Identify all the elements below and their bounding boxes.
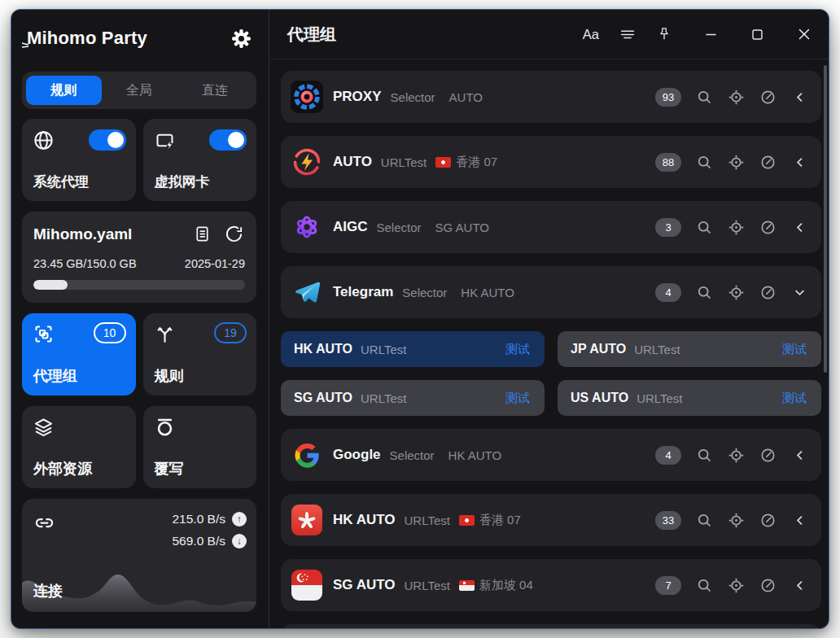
tun-toggle[interactable] <box>209 129 247 151</box>
tun-card[interactable]: 虚拟网卡 <box>143 119 257 201</box>
group-row-aigc[interactable]: AIGC Selector SG AUTO 3 <box>281 201 821 253</box>
search-button[interactable] <box>695 88 713 106</box>
node-name: JP AUTO <box>571 342 626 356</box>
delay-test-button[interactable]: 测试 <box>505 342 530 357</box>
group-row-telegram[interactable]: Telegram Selector HK AUTO 4 <box>281 266 821 318</box>
scrollbar-thumb[interactable] <box>824 65 827 373</box>
node-type: URLTest <box>634 343 680 356</box>
minimize-button[interactable] <box>705 22 717 46</box>
minimize-icon <box>705 28 717 41</box>
locate-button[interactable] <box>727 511 745 529</box>
locate-icon <box>728 577 745 594</box>
singapore-group-logo <box>291 569 323 601</box>
proxy-groups-label: 代理组 <box>33 366 77 386</box>
locate-icon <box>728 154 745 171</box>
search-icon <box>696 577 713 594</box>
sidebar-item-external-resources[interactable]: 外部资源 <box>22 406 136 488</box>
external-resources-label: 外部资源 <box>33 459 92 478</box>
pin-button[interactable] <box>656 22 672 46</box>
proxy-node-hk-auto[interactable]: HK AUTO URLTest 测试 <box>281 331 545 367</box>
sidebar: Mihomo Party 规则 全局 直连 <box>11 10 269 628</box>
search-button[interactable] <box>695 218 713 236</box>
group-row-proxy[interactable]: PROXY Selector AUTO 93 <box>281 71 821 123</box>
locate-button[interactable] <box>727 153 745 171</box>
expand-button[interactable] <box>790 576 808 594</box>
edit-profile-button[interactable] <box>191 223 213 245</box>
speedtest-button[interactable] <box>759 576 777 594</box>
search-button[interactable] <box>695 446 713 464</box>
search-icon <box>696 219 713 236</box>
expand-button[interactable] <box>790 511 808 529</box>
group-row-sg-auto[interactable]: SG AUTO URLTest 新加坡 04 7 <box>281 559 821 611</box>
profile-name: Mihomo.yaml <box>33 225 191 243</box>
sort-button[interactable] <box>619 22 637 46</box>
search-button[interactable] <box>695 283 713 301</box>
search-button[interactable] <box>695 153 713 171</box>
speedtest-button[interactable] <box>759 511 777 529</box>
chevron-left-icon <box>792 155 807 170</box>
proxy-groups-icon <box>33 323 55 345</box>
delay-test-button[interactable]: 测试 <box>782 391 807 406</box>
chevron-left-icon <box>792 578 807 593</box>
cat-whiskers-icon <box>21 40 33 50</box>
locate-button[interactable] <box>727 446 745 464</box>
outbound-mode-tabs: 规则 全局 直连 <box>22 72 256 109</box>
proxy-node-us-auto[interactable]: US AUTO URLTest 测试 <box>558 380 821 416</box>
expand-button[interactable] <box>790 446 808 464</box>
system-proxy-toggle[interactable] <box>89 129 126 151</box>
traffic-progress-fill <box>33 280 68 290</box>
file-icon <box>193 225 212 243</box>
search-icon <box>696 284 713 301</box>
group-type: URLTest <box>381 155 427 169</box>
sidebar-item-rules[interactable]: 19 规则 <box>143 313 257 395</box>
node-count-badge: 4 <box>655 446 681 465</box>
mode-tab-direct[interactable]: 直连 <box>177 76 252 105</box>
proxy-node-sg-auto[interactable]: SG AUTO URLTest 测试 <box>281 380 545 416</box>
proxy-node-jp-auto[interactable]: JP AUTO URLTest 测试 <box>558 331 821 367</box>
mode-tab-rule[interactable]: 规则 <box>26 76 102 105</box>
profile-top: Mihomo.yaml <box>33 223 245 245</box>
settings-button[interactable] <box>230 27 253 50</box>
group-row-hk-auto[interactable]: HK AUTO URLTest 香港 07 33 <box>281 494 821 546</box>
locate-button[interactable] <box>727 576 745 594</box>
group-row-partial[interactable] <box>281 624 821 628</box>
locate-button[interactable] <box>727 283 745 301</box>
group-type: Selector <box>377 221 422 234</box>
text-size-button[interactable]: Aa <box>583 22 599 46</box>
node-name: US AUTO <box>571 391 628 405</box>
system-proxy-card[interactable]: 系统代理 <box>22 119 136 201</box>
group-row-auto[interactable]: AUTO URLTest 香港 07 88 <box>281 136 821 188</box>
sidebar-item-proxy-groups[interactable]: 10 代理组 <box>22 313 136 395</box>
collapse-button[interactable] <box>790 283 808 301</box>
proxy-group-list: PROXY Selector AUTO 93 <box>269 59 829 628</box>
traffic-usage: 23.45 GB/150.0 GB <box>33 257 137 270</box>
close-button[interactable] <box>798 22 811 46</box>
expand-button[interactable] <box>790 153 808 171</box>
search-icon <box>696 447 713 464</box>
search-button[interactable] <box>695 576 713 594</box>
profile-card[interactable]: Mihomo.yaml 23.45 GB/150.0 GB <box>22 212 256 303</box>
speedtest-button[interactable] <box>759 88 777 106</box>
delay-test-button[interactable]: 测试 <box>505 391 530 406</box>
maximize-button[interactable] <box>751 22 763 46</box>
delay-test-button[interactable]: 测试 <box>782 342 807 357</box>
search-icon <box>696 154 713 171</box>
app-window: Mihomo Party 规则 全局 直连 <box>11 9 829 629</box>
speedtest-button[interactable] <box>759 218 777 236</box>
mode-tab-global[interactable]: 全局 <box>102 76 177 105</box>
expand-button[interactable] <box>790 218 808 236</box>
speedtest-button[interactable] <box>759 153 777 171</box>
speedtest-button[interactable] <box>759 283 777 301</box>
upload-arrow-icon: ↑ <box>232 512 247 527</box>
sidebar-item-connections[interactable]: 215.0 B/s ↑ 569.0 B/s ↓ 连接 <box>22 499 256 612</box>
locate-button[interactable] <box>727 88 745 106</box>
speedtest-button[interactable] <box>759 446 777 464</box>
locate-button[interactable] <box>727 218 745 236</box>
search-icon <box>696 512 713 529</box>
node-count-badge: 4 <box>655 283 681 302</box>
sidebar-item-override[interactable]: 覆写 <box>143 406 257 488</box>
expand-button[interactable] <box>790 88 808 106</box>
search-button[interactable] <box>695 511 713 529</box>
update-profile-button[interactable] <box>223 223 245 245</box>
group-row-google[interactable]: Google Selector HK AUTO 4 <box>281 429 821 481</box>
